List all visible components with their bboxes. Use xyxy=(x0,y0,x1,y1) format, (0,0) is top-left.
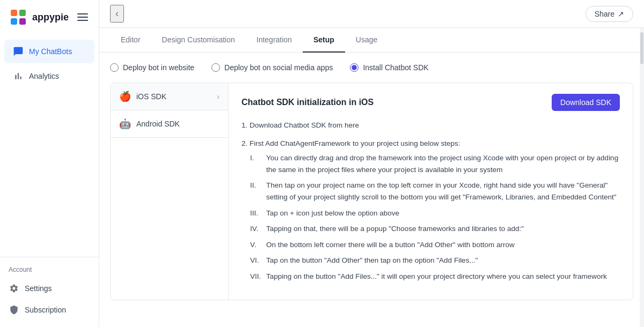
sub-step-i-num: I. xyxy=(250,152,263,175)
svg-rect-2 xyxy=(19,10,26,16)
content-area: Deploy bot in website Deploy bot on soci… xyxy=(99,53,644,327)
share-label: Share xyxy=(595,10,614,18)
main-header: ‹ Share ↗ xyxy=(99,0,644,28)
account-label: Account xyxy=(0,264,99,278)
android-icon: 🤖 xyxy=(119,118,131,130)
radio-deploy-website[interactable]: Deploy bot in website xyxy=(110,63,194,72)
step-1-text: Download Chatbot SDK from here xyxy=(250,121,359,129)
subscription-label: Subscription xyxy=(25,306,66,314)
sub-step-iv-text: Tapping on that, there will be a popup "… xyxy=(266,223,524,235)
download-sdk-button[interactable]: Download SDK xyxy=(552,94,620,111)
svg-rect-4 xyxy=(19,18,26,25)
appypie-logo xyxy=(9,8,28,27)
tabs-bar: Editor Design Customisation Integration … xyxy=(99,28,644,53)
sdk-item-ios[interactable]: 🍎 iOS SDK › xyxy=(111,83,228,110)
deploy-options: Deploy bot in website Deploy bot on soci… xyxy=(110,63,633,72)
scrollbar[interactable] xyxy=(640,28,644,327)
tab-design-customisation[interactable]: Design Customisation xyxy=(151,28,246,53)
sub-step-iii-num: III. xyxy=(250,207,263,219)
radio-install-sdk-input[interactable] xyxy=(350,63,358,72)
sidebar-item-label-analytics: Analytics xyxy=(29,72,59,80)
ios-sdk-label: iOS SDK xyxy=(136,92,166,101)
analytics-icon xyxy=(13,71,24,81)
tab-setup[interactable]: Setup xyxy=(303,28,345,53)
sidebar-bottom: Account Settings Subscription xyxy=(0,257,99,327)
radio-install-sdk-label: Install Chatbot SDK xyxy=(363,63,428,72)
sub-step-iii-text: Tap on + icon just below the option abov… xyxy=(266,207,399,219)
sub-step-ii: II. Then tap on your project name on the… xyxy=(250,180,620,203)
share-icon: ↗ xyxy=(618,10,624,18)
back-button[interactable]: ‹ xyxy=(110,5,124,23)
radio-deploy-website-input[interactable] xyxy=(110,63,119,72)
tab-usage[interactable]: Usage xyxy=(345,28,388,53)
tab-editor[interactable]: Editor xyxy=(110,28,151,53)
step-2-num: 2. xyxy=(241,139,250,147)
sub-step-iii: III. Tap on + icon just below the option… xyxy=(250,207,620,219)
sub-step-iv: IV. Tapping on that, there will be a pop… xyxy=(250,223,620,235)
subscription-icon xyxy=(9,304,19,315)
sub-steps-list: I. You can directly drag and drop the fr… xyxy=(241,152,620,282)
logo-area: appypie xyxy=(0,0,99,34)
sub-step-ii-text: Then tap on your project name on the top… xyxy=(266,180,620,203)
settings-icon xyxy=(9,283,19,294)
android-sdk-label: Android SDK xyxy=(136,120,180,128)
radio-deploy-website-label: Deploy bot in website xyxy=(123,63,194,72)
step-1: 1. Download Chatbot SDK from here xyxy=(241,120,620,131)
svg-rect-1 xyxy=(11,10,17,16)
step-1-num: 1. xyxy=(241,121,250,129)
ios-icon: 🍎 xyxy=(119,91,131,102)
sidebar-item-subscription[interactable]: Subscription xyxy=(0,299,99,321)
share-button[interactable]: Share ↗ xyxy=(586,6,633,22)
sub-step-vii-num: VII. xyxy=(250,271,263,283)
sdk-panel: 🍎 iOS SDK › 🤖 Android SDK Chatbot SDK in… xyxy=(110,83,633,300)
settings-label: Settings xyxy=(25,284,52,293)
sdk-content-header: Chatbot SDK initialization in iOS Downlo… xyxy=(241,94,620,111)
radio-deploy-social-input[interactable] xyxy=(211,63,220,72)
svg-rect-3 xyxy=(11,18,17,25)
sidebar-item-label-chatbots: My ChatBots xyxy=(29,47,72,56)
sdk-content: Chatbot SDK initialization in iOS Downlo… xyxy=(229,83,633,300)
sub-step-vi-num: VI. xyxy=(250,255,263,266)
radio-deploy-social-label: Deploy bot on social media apps xyxy=(224,63,333,72)
sub-step-v-num: V. xyxy=(250,239,263,251)
radio-deploy-social[interactable]: Deploy bot on social media apps xyxy=(211,63,333,72)
sidebar-nav: My ChatBots Analytics xyxy=(0,34,99,257)
sub-step-iv-num: IV. xyxy=(250,223,263,235)
sub-step-vi: VI. Tap on the button "Add Other" then t… xyxy=(250,255,620,266)
sidebar: appypie My ChatBots Analytics Account xyxy=(0,0,99,327)
step-2: 2. First Add ChatAgentFramework to your … xyxy=(241,138,620,283)
sdk-steps: 1. Download Chatbot SDK from here 2. Fir… xyxy=(241,120,620,283)
chatbot-icon xyxy=(13,46,24,57)
sidebar-item-analytics[interactable]: Analytics xyxy=(4,64,94,88)
sub-step-vi-text: Tap on the button "Add Other" then tap o… xyxy=(266,255,478,266)
sidebar-item-settings[interactable]: Settings xyxy=(0,278,99,299)
sub-step-i-text: You can directly drag and drop the frame… xyxy=(266,152,620,175)
sdk-sidebar: 🍎 iOS SDK › 🤖 Android SDK xyxy=(111,83,229,300)
sidebar-item-my-chatbots[interactable]: My ChatBots xyxy=(4,40,94,63)
main-area: ‹ Share ↗ Editor Design Customisation In… xyxy=(99,0,644,327)
sub-step-v-text: On the bottom left corner there will be … xyxy=(266,239,515,251)
hamburger-button[interactable] xyxy=(75,11,90,23)
step-2-header: 2. First Add ChatAgentFramework to your … xyxy=(241,138,620,150)
scroll-thumb xyxy=(640,32,643,64)
sub-step-vii-text: Tapping on the button "Add Files..." it … xyxy=(266,271,607,283)
sub-step-vii: VII. Tapping on the button "Add Files...… xyxy=(250,271,620,283)
ios-chevron-icon: › xyxy=(217,92,219,101)
sdk-item-android[interactable]: 🤖 Android SDK xyxy=(111,110,228,138)
tab-integration[interactable]: Integration xyxy=(246,28,303,53)
sdk-content-title: Chatbot SDK initialization in iOS xyxy=(241,98,374,107)
sub-step-ii-num: II. xyxy=(250,180,263,203)
sub-step-i: I. You can directly drag and drop the fr… xyxy=(250,152,620,175)
sub-step-v: V. On the bottom left corner there will … xyxy=(250,239,620,251)
logo-label: appypie xyxy=(32,12,69,23)
radio-install-sdk[interactable]: Install Chatbot SDK xyxy=(350,63,428,72)
step-2-text: First Add ChatAgentFramework to your pro… xyxy=(250,139,460,147)
